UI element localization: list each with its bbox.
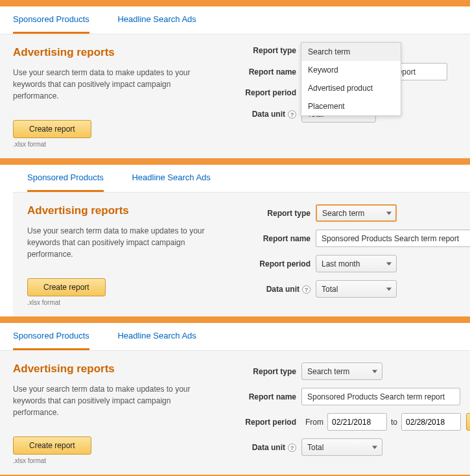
divider-bar <box>0 0 470 6</box>
help-icon[interactable]: ? <box>302 285 311 294</box>
tab-headline-search-ads[interactable]: Headline Search Ads <box>117 14 196 32</box>
option-search-term[interactable]: Search term <box>301 43 401 61</box>
tabs: Sponsored Products Headline Search Ads <box>0 6 470 34</box>
format-note: .xlsx format <box>27 299 235 306</box>
panel-body: Advertising reports Use your search term… <box>0 34 470 158</box>
page-title: Advertising reports <box>13 363 220 375</box>
date-from-input[interactable] <box>327 413 387 431</box>
label-report-name: Report name <box>227 67 301 77</box>
data-unit-select[interactable]: Total <box>301 438 382 456</box>
panel-2: Sponsored Products Headline Search Ads A… <box>0 165 470 316</box>
report-type-select[interactable]: Search term <box>301 363 382 380</box>
create-report-button[interactable]: Create report <box>27 278 106 296</box>
report-name-input[interactable] <box>301 388 460 405</box>
page-description: Use your search term data to make update… <box>13 383 194 418</box>
tabs: Sponsored Products Headline Search Ads <box>13 165 470 193</box>
report-name-input[interactable] <box>316 230 470 247</box>
divider-bar <box>0 316 470 323</box>
period-from-label: From <box>305 418 323 427</box>
create-report-button[interactable]: Create report <box>13 120 91 138</box>
label-data-unit: Data unit? <box>227 443 301 452</box>
action-row: Create report .xlsx format <box>13 120 220 148</box>
label-report-type: Report type <box>227 46 301 55</box>
page-title: Advertising reports <box>27 204 235 217</box>
tab-headline-search-ads[interactable]: Headline Search Ads <box>117 331 196 348</box>
panel-1: Sponsored Products Headline Search Ads A… <box>0 6 470 158</box>
tab-sponsored-products[interactable]: Sponsored Products <box>13 331 89 350</box>
format-note: .xlsx format <box>13 141 220 148</box>
data-unit-select[interactable]: Total <box>316 280 397 298</box>
option-advertised-product[interactable]: Advertised product <box>301 79 401 97</box>
option-placement[interactable]: Placement <box>301 97 401 115</box>
page-description: Use your search term data to make update… <box>13 67 194 102</box>
label-report-period: Report period <box>241 259 316 268</box>
panel-3: Sponsored Products Headline Search Ads A… <box>0 323 470 475</box>
help-icon[interactable]: ? <box>288 444 296 452</box>
label-data-unit: Data unit? <box>241 285 316 294</box>
tabs: Sponsored Products Headline Search Ads <box>0 323 470 351</box>
label-report-name: Report name <box>241 234 316 243</box>
tab-headline-search-ads[interactable]: Headline Search Ads <box>132 173 210 190</box>
create-report-button[interactable]: Create report <box>13 436 91 455</box>
format-note: .xlsx format <box>13 457 220 464</box>
help-icon[interactable]: ? <box>288 110 296 119</box>
period-to-label: to <box>391 418 397 427</box>
panel-body: Advertising reports Use your search term… <box>13 193 470 316</box>
report-period-select[interactable]: Last month <box>316 255 397 272</box>
label-report-name: Report name <box>227 392 301 401</box>
report-type-select[interactable]: Search term <box>316 204 397 222</box>
page-description: Use your search term data to make update… <box>27 225 209 260</box>
label-report-period: Report period <box>227 88 301 97</box>
tab-sponsored-products[interactable]: Sponsored Products <box>27 173 104 192</box>
divider-bar <box>0 158 470 165</box>
panel-body: Advertising reports Use your search term… <box>0 351 470 475</box>
tab-sponsored-products[interactable]: Sponsored Products <box>13 14 89 34</box>
date-to-input[interactable] <box>401 413 461 431</box>
label-data-unit: Data unit? <box>227 110 301 119</box>
page-title: Advertising reports <box>13 46 220 59</box>
report-type-dropdown-open[interactable]: Search term Keyword Advertised product P… <box>301 42 401 116</box>
option-keyword[interactable]: Keyword <box>301 61 401 79</box>
label-report-type: Report type <box>227 367 301 376</box>
apply-button[interactable]: Apply <box>466 413 470 431</box>
label-report-type: Report type <box>241 209 316 218</box>
label-report-period: Report period <box>227 418 301 427</box>
